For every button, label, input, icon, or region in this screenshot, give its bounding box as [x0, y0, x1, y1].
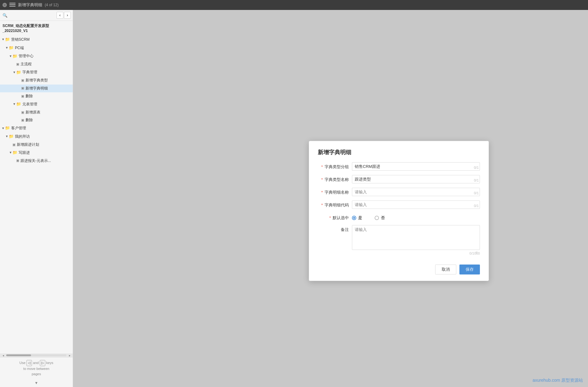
radio-no[interactable]: 否 — [375, 215, 385, 221]
label-sc1: 删除 — [25, 93, 33, 99]
required-star-zdmzmc: * — [321, 190, 323, 195]
sidebar-item-glzx[interactable]: ▼ 📁 管理中心 — [0, 52, 73, 61]
scroll-right-arrow[interactable]: ▸ — [68, 353, 71, 357]
label-zdgl: 字典管理 — [22, 69, 37, 75]
radio-group-mryxz: 是 否 — [352, 213, 480, 221]
toggle-pcduan: ▼ — [5, 45, 9, 50]
sidebar-item-wdbf[interactable]: ▼ 📁 我的拜访 — [0, 132, 73, 141]
radio-yes[interactable]: 是 — [352, 215, 362, 221]
label-xzzlx: 新增字典类型 — [25, 77, 48, 83]
char-count-zdmzmc: 0/1 — [474, 191, 479, 195]
label-khgl: 客户管理 — [11, 125, 26, 131]
page-icon-sc2: ▣ — [21, 117, 24, 123]
field-zdmzdm: 0/1 — [352, 200, 480, 209]
form-row-zdlxfz: * 字典类型分组 0/1 — [318, 162, 480, 171]
label-wdbf: 我的拜访 — [15, 134, 30, 140]
sidebar-item-xzjjh[interactable]: ▣ 新增跟进计划 — [0, 141, 73, 149]
toggle-xjj: ▼ — [9, 150, 12, 155]
key-left: ◁ — [26, 360, 32, 366]
sidebar-item-xzyb[interactable]: ▣ 新增原表 — [0, 108, 73, 116]
sidebar: 🔍 ‹ › SCRM_动态化配置开发原型_20221020_V1 ▼ 📁 营销S… — [0, 10, 73, 387]
input-zdlxmc[interactable] — [352, 175, 480, 183]
modal-title: 新增字典明细 — [318, 149, 480, 156]
project-name: SCRM_动态化配置开发原型_20221020_V1 — [0, 21, 73, 34]
textarea-count-beizhu: 0/1000 — [352, 251, 480, 255]
sidebar-item-sc2[interactable]: ▣ 删除 — [0, 116, 73, 124]
toggle-glzx: ▼ — [9, 54, 12, 59]
modal-overlay: 新增字典明细 * 字典类型分组 0/1 * 字典类 — [73, 10, 588, 387]
page-icon-sc1: ▣ — [21, 94, 24, 99]
top-bar: ✕ 新增字典明细 (4 of 12) — [0, 0, 588, 10]
sidebar-item-zdgl[interactable]: ▼ 📁 字典管理 — [0, 68, 73, 77]
expand-icon: ▼ — [34, 381, 38, 385]
toggle-ybgl: ▼ — [12, 102, 16, 107]
sidebar-item-pcduan[interactable]: ▼ 📁 PC端 — [0, 44, 73, 52]
sidebar-item-zlc[interactable]: ▣ 主流程 — [0, 60, 73, 68]
form-row-mryxz: * 默认选中 是 否 — [318, 213, 480, 221]
field-zdlxmc: 0/1 — [352, 175, 480, 183]
resize-icon: // — [476, 251, 479, 255]
label-xzzlm: 新增字典明细 — [25, 85, 48, 91]
watermark: axurehub.com 原型资源站 — [532, 378, 583, 383]
toggle-khgl: ▼ — [1, 126, 5, 131]
sidebar-item-yxscrm[interactable]: ▼ 📁 营销SCRM — [0, 35, 73, 44]
sidebar-item-xjj[interactable]: ▼ 📁 写跟进 — [0, 149, 73, 157]
sidebar-item-khgl[interactable]: ▼ 📁 客户管理 — [0, 124, 73, 132]
toggle-zdgl: ▼ — [12, 70, 16, 75]
form-row-zdmzdm: * 字典明细代码 0/1 — [318, 200, 480, 209]
save-button[interactable]: 保存 — [459, 265, 480, 274]
char-count-zdmzdm: 0/1 — [474, 204, 479, 208]
label-beizhu: 备注 — [318, 225, 352, 233]
form-row-beizhu: 备注 0/1000 // — [318, 225, 480, 255]
folder-icon-pcduan: 📁 — [9, 45, 14, 51]
required-star-mryxz: * — [329, 215, 331, 220]
search-input[interactable] — [9, 13, 55, 17]
close-button[interactable]: ✕ — [2, 3, 7, 7]
radio-circle-yes — [352, 216, 356, 220]
textarea-beizhu[interactable] — [352, 225, 480, 250]
search-icon: 🔍 — [2, 13, 7, 18]
radio-label-no: 否 — [381, 215, 385, 221]
folder-icon-yxscrm: 📁 — [5, 36, 10, 43]
sidebar-search-row: 🔍 ‹ › — [0, 10, 73, 21]
radio-label-yes: 是 — [358, 215, 362, 221]
window-title: 新增字典明细 — [18, 2, 42, 8]
cancel-button[interactable]: 取消 — [435, 265, 456, 274]
form-row-zdlxmc: * 字典类型名称 0/1 — [318, 175, 480, 183]
field-beizhu: 0/1000 // — [352, 225, 480, 255]
sidebar-item-ybgl[interactable]: ▼ 📁 元表管理 — [0, 100, 73, 108]
sidebar-item-sc1[interactable]: ▣ 删除 — [0, 92, 73, 100]
label-zlc: 主流程 — [21, 61, 32, 67]
form-row-zdmzmc: * 字典明细名称 0/1 — [318, 188, 480, 196]
scroll-thumb[interactable] — [6, 354, 31, 356]
page-icon-xzjjh: ▣ — [12, 142, 16, 148]
sidebar-horizontal-scroll[interactable]: ◂ ▸ — [0, 353, 73, 357]
page-info: (4 of 12) — [45, 3, 59, 7]
page-icon-xzzlx: ▣ — [21, 78, 24, 83]
field-zdlxfz: 0/1 — [352, 162, 480, 171]
label-zdmzdm: * 字典明细代码 — [318, 200, 352, 208]
key-right: ▷ — [40, 360, 45, 366]
input-zdmzmc[interactable] — [352, 188, 480, 196]
nav-next-button[interactable]: › — [64, 12, 71, 19]
sidebar-item-jjbg[interactable]: ▣ 跟进报关-元表示... — [0, 157, 73, 165]
label-xzjjh: 新增跟进计划 — [17, 142, 39, 148]
sidebar-bottom-expand[interactable]: ▼ — [0, 380, 73, 387]
required-star-zdlxmc: * — [321, 177, 323, 182]
sidebar-item-xzzlx[interactable]: ▣ 新增字典类型 — [0, 76, 73, 84]
folder-icon-glzx: 📁 — [12, 53, 17, 60]
label-zdmzmc: * 字典明细名称 — [318, 188, 352, 195]
folder-icon-wdbf: 📁 — [9, 133, 14, 140]
scroll-left-arrow[interactable]: ◂ — [1, 353, 5, 357]
menu-icon[interactable] — [9, 3, 16, 7]
input-zdlxfz[interactable] — [352, 162, 480, 171]
field-mryxz: 是 否 — [352, 213, 480, 221]
sidebar-nav-buttons: ‹ › — [57, 12, 71, 19]
input-zdmzdm[interactable] — [352, 200, 480, 209]
sidebar-item-xzzlm[interactable]: ▣ 新增字典明细 — [0, 85, 73, 92]
scroll-track — [6, 354, 66, 356]
sidebar-tree: ▼ 📁 营销SCRM ▼ 📁 PC端 ▼ 📁 管理中心 ▣ 主流程 — [0, 34, 73, 353]
modal-footer: 取消 保存 — [318, 261, 480, 274]
content-area: 新增字典明细 * 字典类型分组 0/1 * 字典类 — [73, 10, 588, 387]
nav-prev-button[interactable]: ‹ — [57, 12, 63, 19]
